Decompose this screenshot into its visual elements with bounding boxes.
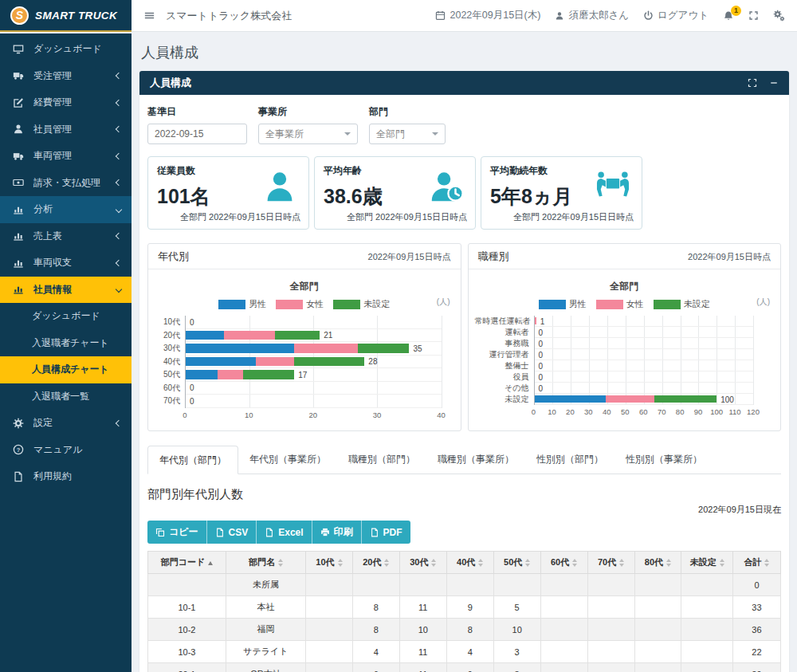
person-icon [261, 169, 298, 206]
table-section-title: 部門別年代別人数 [147, 487, 781, 502]
column-header[interactable]: 部門コード [148, 552, 226, 574]
department-select[interactable]: 全部門 [369, 124, 446, 144]
sort-icon [478, 559, 483, 567]
stacked-bar [186, 344, 409, 353]
table-cell [681, 596, 732, 619]
column-header[interactable]: 合計 [732, 552, 780, 574]
file-icon [215, 528, 225, 537]
column-label: 40代 [457, 557, 475, 567]
tab-age-dept[interactable]: 年代別（部門） [147, 446, 238, 474]
chevron-left-icon [116, 73, 122, 79]
chart-row: 0 [535, 349, 754, 360]
pdf-button[interactable]: PDF [362, 521, 410, 544]
sidebar-item-manual[interactable]: ?マニュアル [0, 437, 132, 464]
bar-segment-未設定 [654, 395, 717, 403]
sidebar-item-employee-info[interactable]: 社員情報 [0, 277, 132, 304]
table-cell: GR本社 [226, 663, 305, 672]
column-header[interactable]: 30代 [399, 552, 446, 574]
sidebar-item-label: 社員管理 [33, 123, 108, 136]
menu-toggle-icon[interactable] [143, 10, 155, 22]
table-cell: 10-1 [148, 596, 226, 619]
tab-age-office[interactable]: 年代別（事業所） [238, 446, 337, 474]
base-date-input[interactable] [147, 124, 247, 144]
legend-swatch [218, 300, 245, 309]
sidebar-item-analysis[interactable]: 分析 [0, 196, 132, 223]
csv-button[interactable]: CSV [207, 521, 257, 544]
sidebar-item-sales-table[interactable]: 売上表 [0, 223, 132, 250]
sidebar-subitem-hire-leave-chart[interactable]: 入退職者チャート [0, 330, 132, 357]
column-header[interactable]: 50代 [493, 552, 540, 574]
column-header[interactable]: 60代 [540, 552, 587, 574]
chart-legend: 男性女性未設定 [469, 298, 781, 310]
logo[interactable]: S SMART TRUCK [0, 0, 132, 32]
sidebar-item-billing[interactable]: 請求・支払処理 [0, 170, 132, 197]
desktop-icon [12, 44, 25, 55]
notifications-button[interactable]: 1 [723, 10, 734, 22]
export-buttons: コピーCSVExcel印刷PDF [147, 521, 410, 544]
sidebar-item-terms[interactable]: 利用規約 [0, 463, 132, 490]
chart-row: 17 [186, 368, 442, 382]
tab-gender-office[interactable]: 性別別（事業所） [614, 446, 713, 474]
column-label: 50代 [504, 557, 522, 567]
column-header[interactable]: 70代 [587, 552, 634, 574]
tab-gender-dept[interactable]: 性別別（部門） [525, 446, 614, 474]
table-cell: 未所属 [226, 574, 305, 596]
notification-badge: 1 [731, 6, 741, 16]
logout-label: ログアウト [658, 9, 709, 22]
column-header[interactable]: 40代 [446, 552, 493, 574]
legend-item: 未設定 [654, 298, 710, 310]
table-cell [587, 641, 634, 663]
main-content: 人員構成 人員構成 基準日 事業所 全事業所 [132, 32, 797, 672]
sidebar-item-dashboard[interactable]: ダッシュボード [0, 36, 132, 63]
bar-segment-男性 [186, 331, 224, 340]
sidebar-item-employees[interactable]: 社員管理 [0, 116, 132, 143]
sort-icon [666, 559, 671, 567]
column-header[interactable]: 未設定 [681, 552, 732, 574]
chart-as-of: 2022年09月15日時点 [688, 251, 771, 263]
x-tick-label: 0 [532, 407, 536, 416]
sidebar-item-vehicle-balance[interactable]: 車両収支 [0, 250, 132, 277]
sidebar-subitem-employee-dashboard[interactable]: ダッシュボード [0, 303, 132, 330]
sidebar-item-vehicles[interactable]: 車両管理 [0, 143, 132, 170]
sidebar-item-orders[interactable]: 受注管理 [0, 63, 132, 90]
column-header[interactable]: 部門名 [226, 552, 305, 574]
user-menu[interactable]: 須磨太郎さん [555, 9, 629, 22]
logout-button[interactable]: ログアウト [643, 9, 709, 22]
panel-collapse-icon[interactable] [769, 78, 779, 88]
settings-gears-icon[interactable] [773, 10, 785, 22]
tab-job-dept[interactable]: 職種別（部門） [337, 446, 426, 474]
x-tick-label: 40 [603, 407, 611, 416]
sidebar-item-expenses[interactable]: 経費管理 [0, 89, 132, 116]
column-label: 未設定 [690, 557, 717, 567]
legend-item: 女性 [596, 298, 644, 310]
print-button[interactable]: 印刷 [312, 521, 362, 544]
sort-icon [572, 559, 577, 567]
bar-segment-未設定 [275, 331, 320, 340]
tab-job-office[interactable]: 職種別（事業所） [426, 446, 525, 474]
sidebar-subitem-hire-leave-list[interactable]: 入退職者一覧 [0, 383, 132, 411]
column-label: 30代 [410, 557, 428, 567]
user-icon [555, 11, 564, 21]
copy-button[interactable]: コピー [147, 521, 207, 544]
panel-title: 人員構成 [150, 76, 191, 90]
sidebar-item-label: 経費管理 [33, 96, 108, 109]
office-select[interactable]: 全事業所 [258, 124, 358, 144]
table-cell [587, 663, 634, 672]
chart-row: 28 [186, 356, 442, 369]
sidebar-item-settings[interactable]: 設定 [0, 410, 132, 437]
column-header[interactable]: 20代 [352, 552, 399, 574]
sidebar-subitem-label: 入退職者チャート [32, 336, 109, 350]
table-cell [587, 596, 634, 619]
department-label: 部門 [369, 105, 446, 119]
column-header[interactable]: 10代 [305, 552, 352, 574]
excel-button[interactable]: Excel [257, 521, 312, 544]
table-cell: 11 [399, 596, 446, 619]
column-header[interactable]: 80代 [634, 552, 681, 574]
legend-swatch [276, 300, 303, 309]
x-tick-label: 90 [694, 407, 703, 416]
sidebar-subitem-composition-chart[interactable]: 人員構成チャート [0, 356, 132, 383]
panel-expand-icon[interactable] [748, 78, 757, 88]
table-cell [493, 574, 540, 596]
fullscreen-icon[interactable] [748, 10, 759, 21]
x-tick-label: 10 [245, 411, 253, 419]
